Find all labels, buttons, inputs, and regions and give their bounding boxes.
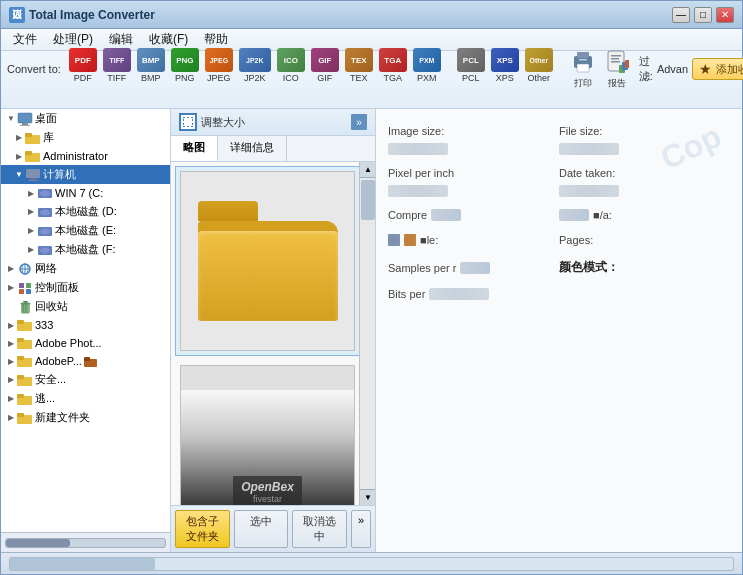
tree-item-333[interactable]: ▶ 333 <box>1 316 170 334</box>
format-pxm-button[interactable]: PXM PXM <box>411 46 443 92</box>
tree-toggle-admin[interactable]: ▶ <box>13 150 25 162</box>
tree-item-library[interactable]: ▶ 库 <box>1 128 170 147</box>
drive-e-icon <box>37 224 53 238</box>
svg-rect-6 <box>611 58 619 60</box>
tree-toggle-333[interactable]: ▶ <box>5 319 17 331</box>
add-bookmark-button[interactable]: ★ 添加收藏 <box>692 58 743 80</box>
tree-toggle-drive-e[interactable]: ▶ <box>25 225 37 237</box>
tree-toggle-library[interactable]: ▶ <box>13 132 25 144</box>
tree-toggle-win7[interactable]: ▶ <box>25 187 37 199</box>
scroll-up-button[interactable]: ▲ <box>360 162 375 178</box>
folder-thumb-image <box>198 201 338 321</box>
convert-label: Convert to: <box>7 63 61 75</box>
tree-label-333: 333 <box>35 319 53 331</box>
list-item-folder[interactable] <box>175 166 359 356</box>
tree-item-drive-d[interactable]: ▶ 本地磁盘 (D: <box>1 202 170 221</box>
status-scrollbar[interactable] <box>9 557 734 571</box>
tree-item-network[interactable]: ▶ 网络 <box>1 259 170 278</box>
file-tree[interactable]: ▼ 桌面 ▶ 库 ▶ <box>1 109 171 552</box>
tab-details[interactable]: 详细信息 <box>218 136 287 161</box>
scroll-down-button[interactable]: ▼ <box>360 489 375 505</box>
gif-icon: GIF <box>311 48 339 72</box>
tree-toggle-escape[interactable]: ▶ <box>5 393 17 405</box>
prop-row-samples: Samples per r 颜色模式： <box>388 259 730 276</box>
format-tga-button[interactable]: TGA TGA <box>377 46 409 92</box>
deselect-button[interactable]: 取消选中 <box>292 510 347 548</box>
pcl-icon: PCL <box>457 48 485 72</box>
date-taken-value <box>559 185 619 197</box>
minimize-button[interactable]: — <box>672 7 690 23</box>
tree-toggle-new-folder[interactable]: ▶ <box>5 412 17 424</box>
jpeg-label: JPEG <box>207 73 231 83</box>
select-button[interactable]: 选中 <box>234 510 289 548</box>
format-jpeg-button[interactable]: JPEG JPEG <box>203 46 235 92</box>
tree-toggle-control[interactable]: ▶ <box>5 282 17 294</box>
right-panel: Cop Image size: File size: <box>376 109 742 552</box>
format-ico-button[interactable]: ICO ICO <box>275 46 307 92</box>
file-list[interactable]: OpenBex fivestar <box>171 162 359 505</box>
pixel-per-inch-value <box>388 185 448 197</box>
format-bmp-button[interactable]: BMP BMP <box>135 46 167 92</box>
tree-toggle-drive-f[interactable]: ▶ <box>25 244 37 256</box>
tree-item-win7[interactable]: ▶ WIN 7 (C: <box>1 184 170 202</box>
tree-toggle-network[interactable]: ▶ <box>5 263 17 275</box>
tree-item-admin[interactable]: ▶ Administrator <box>1 147 170 165</box>
tree-item-security[interactable]: ▶ 安全... <box>1 370 170 389</box>
tree-item-control-panel[interactable]: ▶ 控制面板 <box>1 278 170 297</box>
include-subfolders-button[interactable]: 包含子文件夹 <box>175 510 230 548</box>
advan-label[interactable]: Advan <box>657 63 688 75</box>
menu-file[interactable]: 文件 <box>5 29 45 50</box>
report-button[interactable]: 报告 <box>601 46 633 92</box>
more-button[interactable]: » <box>351 510 371 548</box>
scroll-track[interactable] <box>360 178 375 489</box>
tree-scrollbar[interactable] <box>1 532 170 552</box>
tree-item-drive-e[interactable]: ▶ 本地磁盘 (E: <box>1 221 170 240</box>
status-scroll-thumb[interactable] <box>10 558 155 570</box>
tree-item-desktop[interactable]: ▼ 桌面 <box>1 109 170 128</box>
add-bookmark-label: 添加收藏 <box>716 62 743 77</box>
format-png-button[interactable]: PNG PNG <box>169 46 201 92</box>
bmp-label: BMP <box>141 73 161 83</box>
close-button[interactable]: ✕ <box>716 7 734 23</box>
tab-thumbnail[interactable]: 略图 <box>171 136 218 161</box>
list-item-image[interactable]: OpenBex fivestar <box>175 360 359 505</box>
tree-toggle-adobe-photo[interactable]: ▶ <box>5 337 17 349</box>
tree-scroll-thumb[interactable] <box>6 539 70 547</box>
resize-button[interactable]: 调整大小 <box>201 115 245 130</box>
format-gif-button[interactable]: GIF GIF <box>309 46 341 92</box>
toolbar: Convert to: PDF PDF TIFF TIFF BMP BMP PN… <box>1 51 742 109</box>
svg-rect-1 <box>577 52 589 58</box>
prop-samples: Samples per r <box>388 262 559 274</box>
print-button[interactable]: 打印 <box>567 46 599 92</box>
tree-item-computer[interactable]: ▼ 计算机 <box>1 165 170 184</box>
tree-item-new-folder[interactable]: ▶ 新建文件夹 <box>1 408 170 427</box>
format-jp2k-button[interactable]: JP2K JP2K <box>237 46 273 92</box>
tree-item-recycle[interactable]: 回收站 <box>1 297 170 316</box>
gif-label: GIF <box>317 73 332 83</box>
expand-panel-button[interactable]: » <box>351 114 367 130</box>
scroll-thumb[interactable] <box>361 180 375 220</box>
format-other-button[interactable]: Other Other <box>523 46 555 92</box>
maximize-button[interactable]: □ <box>694 7 712 23</box>
tree-toggle-recycle[interactable] <box>5 301 17 313</box>
tree-item-adobe-p2[interactable]: ▶ AdobeP... <box>1 352 170 370</box>
format-xps-button[interactable]: XPS XPS <box>489 46 521 92</box>
main-area: ▼ 桌面 ▶ 库 ▶ <box>1 109 742 552</box>
tabs-row: 略图 详细信息 <box>171 136 375 162</box>
tree-scroll-track[interactable] <box>5 538 166 548</box>
tree-toggle-computer[interactable]: ▼ <box>13 169 25 181</box>
svg-rect-19 <box>30 178 36 180</box>
image-size-value <box>388 143 448 155</box>
tree-toggle-desktop[interactable]: ▼ <box>5 113 17 125</box>
format-tiff-button[interactable]: TIFF TIFF <box>101 46 133 92</box>
format-tex-button[interactable]: TEX TEX <box>343 46 375 92</box>
tree-toggle-drive-d[interactable]: ▶ <box>25 206 37 218</box>
format-pdf-button[interactable]: PDF PDF <box>67 46 99 92</box>
tree-item-adobe-photo[interactable]: ▶ Adobe Phot... <box>1 334 170 352</box>
tree-item-drive-f[interactable]: ▶ 本地磁盘 (F: <box>1 240 170 259</box>
tree-toggle-adobe-p2[interactable]: ▶ <box>5 355 17 367</box>
tree-toggle-security[interactable]: ▶ <box>5 374 17 386</box>
tree-item-escape[interactable]: ▶ 逃... <box>1 389 170 408</box>
format-pcl-button[interactable]: PCL PCL <box>455 46 487 92</box>
file-list-scrollbar[interactable]: ▲ ▼ <box>359 162 375 505</box>
